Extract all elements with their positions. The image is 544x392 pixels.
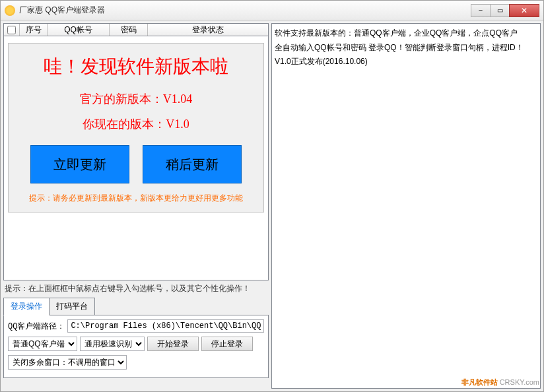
update-headline: 哇！发现软件新版本啦 — [15, 54, 257, 79]
context-menu-tip: 提示：在上面框框中鼠标点右键导入勾选帐号，以及其它个性化操作！ — [5, 283, 267, 294]
app-window: 厂家惠 QQ客户端登录器 － ▭ ✕ 序号 QQ帐号 密码 登录状态 哇！发现软… — [0, 0, 544, 392]
log-line: 软件支持最新版本的：普通QQ客户端，企业QQ客户端，企点QQ客户 — [275, 26, 537, 41]
close-button[interactable]: ✕ — [509, 4, 539, 17]
window-title: 厂家惠 QQ客户端登录器 — [19, 5, 471, 16]
minimize-button[interactable]: － — [471, 4, 491, 17]
col-status: 登录状态 — [148, 24, 268, 36]
log-line: 全自动输入QQ帐号和密码 登录QQ！智能判断登录窗口句柄，进程ID！ — [275, 41, 537, 55]
tab-panel-login: QQ客户端路径： 普通QQ客户端 通用极速识别 开始登录 停止登录 关闭多余窗口… — [3, 315, 269, 378]
log-line: V1.0正式发布(2016.10.06) — [275, 55, 537, 69]
accounts-table-body[interactable]: 哇！发现软件新版本啦 官方的新版本：V1.04 你现在的版本：V1.0 立即更新… — [3, 36, 269, 280]
close-extra-window-select[interactable]: 关闭多余窗口：不调用的窗口 — [8, 355, 127, 370]
app-icon — [5, 5, 15, 16]
accounts-table-header: 序号 QQ帐号 密码 登录状态 — [3, 23, 269, 36]
start-login-button[interactable]: 开始登录 — [147, 337, 199, 351]
col-index: 序号 — [20, 24, 48, 36]
current-version: 你现在的版本：V1.0 — [15, 116, 257, 132]
update-now-button[interactable]: 立即更新 — [30, 145, 129, 183]
log-panel: 软件支持最新版本的：普通QQ客户端，企业QQ客户端，企点QQ客户 全自动输入QQ… — [271, 23, 541, 389]
tab-coding-platform[interactable]: 打码平台 — [49, 298, 95, 315]
tab-login[interactable]: 登录操作 — [3, 298, 50, 315]
tabs: 登录操作 打码平台 — [3, 297, 269, 315]
content-area: 序号 QQ帐号 密码 登录状态 哇！发现软件新版本啦 官方的新版本：V1.04 … — [1, 20, 543, 391]
col-password: 密码 — [110, 24, 148, 36]
select-all-checkbox[interactable] — [7, 26, 16, 34]
update-later-button[interactable]: 稍后更新 — [143, 145, 242, 183]
col-checkbox — [4, 24, 20, 36]
recognition-mode-select[interactable]: 通用极速识别 — [80, 337, 145, 351]
stop-login-button[interactable]: 停止登录 — [201, 337, 253, 351]
client-type-select[interactable]: 普通QQ客户端 — [8, 337, 77, 351]
update-dialog: 哇！发现软件新版本啦 官方的新版本：V1.04 你现在的版本：V1.0 立即更新… — [8, 43, 264, 212]
qq-path-label: QQ客户端路径： — [8, 321, 65, 332]
maximize-button[interactable]: ▭ — [490, 4, 510, 17]
titlebar: 厂家惠 QQ客户端登录器 － ▭ ✕ — [1, 1, 543, 20]
left-panel: 序号 QQ帐号 密码 登录状态 哇！发现软件新版本啦 官方的新版本：V1.04 … — [3, 23, 269, 389]
window-controls: － ▭ ✕ — [471, 4, 539, 17]
official-version: 官方的新版本：V1.04 — [15, 91, 257, 107]
col-account: QQ帐号 — [48, 24, 110, 36]
qq-path-input[interactable] — [67, 319, 264, 333]
update-hint: 提示：请务必更新到最新版本，新版本更给力更好用更多功能 — [15, 193, 257, 204]
